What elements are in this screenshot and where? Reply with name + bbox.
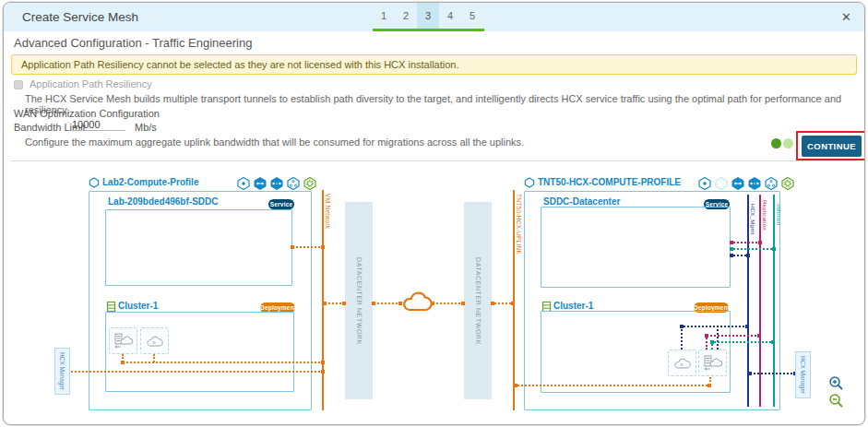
target-mgmt-connector (681, 326, 748, 327)
network-ext-service-icon (269, 176, 284, 191)
interconnect-service-icon (236, 176, 251, 191)
ready-service-icon (303, 176, 317, 191)
target-datacenter-network-bar: DATACENTER NETWORK (464, 202, 492, 399)
continue-button[interactable]: CONTINUE (802, 136, 862, 157)
target-appliance-wo: » (668, 350, 696, 376)
source-cluster-name: Cluster-1 (118, 301, 158, 311)
target-uplink-connector (515, 385, 710, 386)
target-wo-mgmt-stub (681, 326, 683, 350)
wan-section-title: WAN Optimization Configuration (14, 108, 160, 119)
cloud-accelerate-icon: » (146, 334, 163, 348)
target-sddc-vmotion-connector (731, 248, 775, 250)
dc-to-cloud-connector-left (373, 302, 401, 304)
server-cloud-icon (113, 332, 134, 350)
ready-service-icon (780, 176, 795, 191)
target-sddc-name: SDDC-Datacenter (543, 196, 620, 207)
vmnet-to-dc-connector (324, 302, 345, 304)
network-ext-service-icon (747, 176, 762, 191)
dialog-header: Create Service Mesh 1 2 3 4 5 ✕ (4, 3, 864, 31)
server-cloud-icon (703, 354, 723, 372)
status-dot-inactive (783, 138, 793, 148)
wizard-step-1[interactable]: 1 (373, 3, 395, 29)
disabled-service-icon (714, 176, 729, 191)
source-sddc-uplink-connector (291, 246, 324, 248)
close-icon[interactable]: ✕ (841, 3, 851, 31)
wizard-progress-bar (373, 29, 484, 31)
source-service-badge: Service (268, 199, 294, 209)
target-replication-connector (706, 335, 760, 337)
source-profile-name: Lab2-Compute-Profile (102, 177, 198, 187)
wizard-step-2[interactable]: 2 (395, 3, 417, 29)
svg-text:»: » (680, 362, 684, 368)
wan-opt-service-icon (253, 176, 268, 191)
source-manager-connector (67, 371, 324, 373)
target-replication-network-label: Replication (762, 200, 767, 231)
source-vm-network-label: VM Network (325, 194, 331, 229)
zoom-out-icon[interactable] (828, 393, 844, 409)
source-service-icons (236, 176, 317, 191)
wizard-steps: 1 2 3 4 5 (373, 3, 483, 29)
target-sddc-box (541, 207, 731, 288)
warning-banner: Application Path Resiliency cannot be se… (11, 54, 857, 75)
target-uplink-label: TNT50-HCX-UPLINK (516, 194, 522, 255)
resiliency-checkbox[interactable] (14, 80, 23, 89)
source-hcx-manager-label: HCX Manager (59, 352, 65, 390)
dialog-title: Create Service Mesh (22, 3, 138, 31)
internet-cloud-icon (400, 288, 434, 315)
source-hcx-manager: HCX Manager (54, 348, 70, 395)
target-ix-mgmt-stub (717, 326, 719, 350)
target-vmotion-connector (711, 341, 774, 343)
zoom-in-icon[interactable] (828, 375, 844, 391)
create-service-mesh-dialog: Create Service Mesh 1 2 3 4 5 ✕ Advanced… (3, 2, 865, 425)
source-profile-hexagon-icon (89, 177, 100, 188)
target-hcx-manager-label: HCX Manager (800, 356, 806, 394)
svg-text:»: » (152, 339, 156, 346)
target-vmotion-network-label: vMotion (776, 204, 781, 225)
source-vm-network-line (322, 190, 324, 410)
interconnect-service-icon (697, 176, 712, 191)
target-sddc-replication-connector (731, 242, 761, 243)
source-sddc-name: Lab-209bded496bf-SDDC (108, 196, 218, 207)
source-appliance-ix (109, 327, 137, 354)
target-profile-name: TNT50-HCX-COMPUTE-PROFILE (538, 177, 681, 187)
status-dot-active (771, 138, 781, 148)
target-appliance-ix (698, 350, 727, 376)
page-title: Advanced Configuration - Traffic Enginee… (14, 36, 252, 50)
target-service-icons (697, 176, 795, 191)
wizard-step-5[interactable]: 5 (461, 3, 483, 29)
target-vmotion-network-line (773, 195, 775, 407)
bandwidth-limit-input[interactable] (72, 119, 125, 131)
mobility-service-icon (286, 176, 301, 191)
bandwidth-description: Configure the maximum aggregate uplink b… (25, 136, 524, 148)
target-sddc-mgmt-connector (731, 255, 749, 256)
source-datacenter-network-bar: DATACENTER NETWORK (345, 202, 373, 399)
target-cluster-name: Cluster-1 (553, 301, 593, 311)
target-uplink-line (513, 190, 515, 410)
target-manager-connector (749, 373, 796, 374)
resiliency-label: Application Path Resiliency (30, 78, 152, 89)
target-profile-hexagon-icon (524, 177, 535, 188)
mobility-service-icon (764, 176, 779, 191)
target-hcx-manager: HCX Manager (795, 351, 811, 398)
cloud-accelerate-icon: » (673, 356, 691, 370)
wizard-step-3[interactable]: 3 (417, 3, 439, 29)
bandwidth-unit-label: Mb/s (135, 122, 157, 133)
source-sddc-box (105, 209, 292, 286)
target-mgmt-network-label: HCX_Mgmt (750, 204, 755, 234)
dc-to-uplink-connector (492, 302, 514, 304)
target-datacenter-network-label: DATACENTER NETWORK (475, 257, 482, 345)
cloud-to-dc-connector-right (432, 302, 464, 304)
source-appliance-wo: » (140, 327, 169, 354)
wizard-step-4[interactable]: 4 (439, 3, 461, 29)
source-appliance-uplink-connector (122, 362, 324, 363)
wan-opt-service-icon (731, 176, 745, 191)
section-divider (11, 160, 857, 161)
source-datacenter-network-label: DATACENTER NETWORK (356, 257, 363, 345)
target-replication-network-line (759, 195, 761, 407)
